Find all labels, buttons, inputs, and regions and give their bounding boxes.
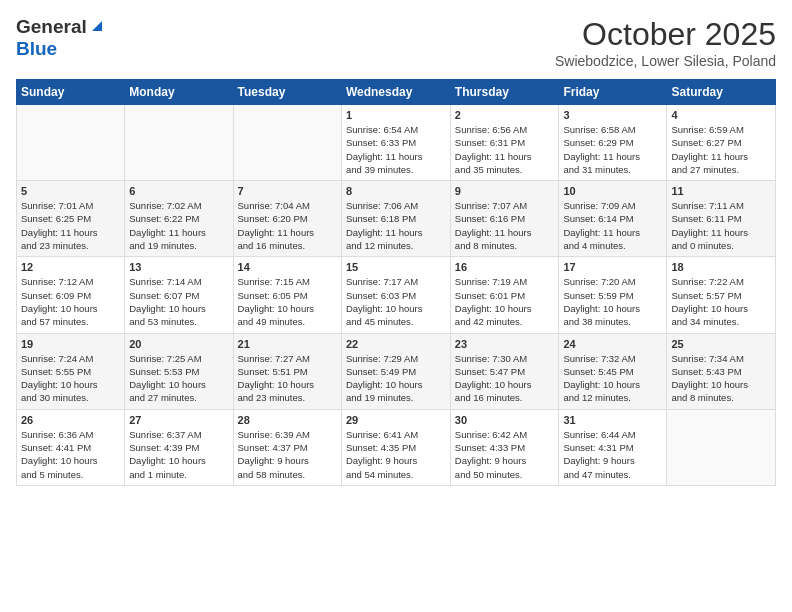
header-thursday: Thursday bbox=[450, 80, 559, 105]
header-tuesday: Tuesday bbox=[233, 80, 341, 105]
day-info: Sunrise: 7:04 AM Sunset: 6:20 PM Dayligh… bbox=[238, 199, 337, 252]
day-info: Sunrise: 7:15 AM Sunset: 6:05 PM Dayligh… bbox=[238, 275, 337, 328]
header-friday: Friday bbox=[559, 80, 667, 105]
day-number: 7 bbox=[238, 185, 337, 197]
day-info: Sunrise: 7:27 AM Sunset: 5:51 PM Dayligh… bbox=[238, 352, 337, 405]
week-row-5: 26Sunrise: 6:36 AM Sunset: 4:41 PM Dayli… bbox=[17, 409, 776, 485]
calendar-cell: 9Sunrise: 7:07 AM Sunset: 6:16 PM Daylig… bbox=[450, 181, 559, 257]
day-number: 30 bbox=[455, 414, 555, 426]
calendar-cell: 27Sunrise: 6:37 AM Sunset: 4:39 PM Dayli… bbox=[125, 409, 233, 485]
day-number: 26 bbox=[21, 414, 120, 426]
day-info: Sunrise: 7:32 AM Sunset: 5:45 PM Dayligh… bbox=[563, 352, 662, 405]
day-info: Sunrise: 7:24 AM Sunset: 5:55 PM Dayligh… bbox=[21, 352, 120, 405]
calendar-cell: 16Sunrise: 7:19 AM Sunset: 6:01 PM Dayli… bbox=[450, 257, 559, 333]
calendar-cell: 31Sunrise: 6:44 AM Sunset: 4:31 PM Dayli… bbox=[559, 409, 667, 485]
day-info: Sunrise: 6:36 AM Sunset: 4:41 PM Dayligh… bbox=[21, 428, 120, 481]
calendar-cell: 26Sunrise: 6:36 AM Sunset: 4:41 PM Dayli… bbox=[17, 409, 125, 485]
day-info: Sunrise: 7:12 AM Sunset: 6:09 PM Dayligh… bbox=[21, 275, 120, 328]
calendar-cell: 10Sunrise: 7:09 AM Sunset: 6:14 PM Dayli… bbox=[559, 181, 667, 257]
day-number: 23 bbox=[455, 338, 555, 350]
calendar-cell: 17Sunrise: 7:20 AM Sunset: 5:59 PM Dayli… bbox=[559, 257, 667, 333]
day-number: 10 bbox=[563, 185, 662, 197]
title-area: October 2025 Swiebodzice, Lower Silesia,… bbox=[555, 16, 776, 69]
svg-marker-0 bbox=[92, 21, 102, 31]
day-info: Sunrise: 6:56 AM Sunset: 6:31 PM Dayligh… bbox=[455, 123, 555, 176]
day-info: Sunrise: 7:17 AM Sunset: 6:03 PM Dayligh… bbox=[346, 275, 446, 328]
day-info: Sunrise: 6:37 AM Sunset: 4:39 PM Dayligh… bbox=[129, 428, 228, 481]
day-info: Sunrise: 7:20 AM Sunset: 5:59 PM Dayligh… bbox=[563, 275, 662, 328]
calendar-cell bbox=[17, 105, 125, 181]
calendar-cell: 21Sunrise: 7:27 AM Sunset: 5:51 PM Dayli… bbox=[233, 333, 341, 409]
calendar-cell: 2Sunrise: 6:56 AM Sunset: 6:31 PM Daylig… bbox=[450, 105, 559, 181]
calendar-cell bbox=[233, 105, 341, 181]
day-info: Sunrise: 7:01 AM Sunset: 6:25 PM Dayligh… bbox=[21, 199, 120, 252]
calendar-cell: 5Sunrise: 7:01 AM Sunset: 6:25 PM Daylig… bbox=[17, 181, 125, 257]
calendar-cell: 19Sunrise: 7:24 AM Sunset: 5:55 PM Dayli… bbox=[17, 333, 125, 409]
day-number: 22 bbox=[346, 338, 446, 350]
header-saturday: Saturday bbox=[667, 80, 776, 105]
day-info: Sunrise: 7:29 AM Sunset: 5:49 PM Dayligh… bbox=[346, 352, 446, 405]
calendar-cell: 18Sunrise: 7:22 AM Sunset: 5:57 PM Dayli… bbox=[667, 257, 776, 333]
day-number: 4 bbox=[671, 109, 771, 121]
day-number: 1 bbox=[346, 109, 446, 121]
calendar-table: SundayMondayTuesdayWednesdayThursdayFrid… bbox=[16, 79, 776, 486]
calendar-cell: 12Sunrise: 7:12 AM Sunset: 6:09 PM Dayli… bbox=[17, 257, 125, 333]
calendar-cell: 23Sunrise: 7:30 AM Sunset: 5:47 PM Dayli… bbox=[450, 333, 559, 409]
day-number: 25 bbox=[671, 338, 771, 350]
day-number: 12 bbox=[21, 261, 120, 273]
weekday-header-row: SundayMondayTuesdayWednesdayThursdayFrid… bbox=[17, 80, 776, 105]
day-info: Sunrise: 7:11 AM Sunset: 6:11 PM Dayligh… bbox=[671, 199, 771, 252]
calendar-cell: 4Sunrise: 6:59 AM Sunset: 6:27 PM Daylig… bbox=[667, 105, 776, 181]
day-info: Sunrise: 7:02 AM Sunset: 6:22 PM Dayligh… bbox=[129, 199, 228, 252]
calendar-cell bbox=[667, 409, 776, 485]
day-info: Sunrise: 6:58 AM Sunset: 6:29 PM Dayligh… bbox=[563, 123, 662, 176]
day-info: Sunrise: 6:44 AM Sunset: 4:31 PM Dayligh… bbox=[563, 428, 662, 481]
day-number: 13 bbox=[129, 261, 228, 273]
calendar-cell: 14Sunrise: 7:15 AM Sunset: 6:05 PM Dayli… bbox=[233, 257, 341, 333]
day-number: 27 bbox=[129, 414, 228, 426]
calendar-cell: 24Sunrise: 7:32 AM Sunset: 5:45 PM Dayli… bbox=[559, 333, 667, 409]
week-row-3: 12Sunrise: 7:12 AM Sunset: 6:09 PM Dayli… bbox=[17, 257, 776, 333]
day-info: Sunrise: 7:07 AM Sunset: 6:16 PM Dayligh… bbox=[455, 199, 555, 252]
week-row-1: 1Sunrise: 6:54 AM Sunset: 6:33 PM Daylig… bbox=[17, 105, 776, 181]
calendar-cell: 7Sunrise: 7:04 AM Sunset: 6:20 PM Daylig… bbox=[233, 181, 341, 257]
header-wednesday: Wednesday bbox=[341, 80, 450, 105]
day-info: Sunrise: 7:14 AM Sunset: 6:07 PM Dayligh… bbox=[129, 275, 228, 328]
day-number: 18 bbox=[671, 261, 771, 273]
calendar-cell: 15Sunrise: 7:17 AM Sunset: 6:03 PM Dayli… bbox=[341, 257, 450, 333]
day-number: 16 bbox=[455, 261, 555, 273]
day-info: Sunrise: 7:09 AM Sunset: 6:14 PM Dayligh… bbox=[563, 199, 662, 252]
day-number: 17 bbox=[563, 261, 662, 273]
calendar-cell: 30Sunrise: 6:42 AM Sunset: 4:33 PM Dayli… bbox=[450, 409, 559, 485]
calendar-cell: 6Sunrise: 7:02 AM Sunset: 6:22 PM Daylig… bbox=[125, 181, 233, 257]
calendar-cell bbox=[125, 105, 233, 181]
calendar-cell: 22Sunrise: 7:29 AM Sunset: 5:49 PM Dayli… bbox=[341, 333, 450, 409]
day-number: 28 bbox=[238, 414, 337, 426]
day-number: 21 bbox=[238, 338, 337, 350]
day-number: 9 bbox=[455, 185, 555, 197]
day-info: Sunrise: 6:54 AM Sunset: 6:33 PM Dayligh… bbox=[346, 123, 446, 176]
calendar-cell: 29Sunrise: 6:41 AM Sunset: 4:35 PM Dayli… bbox=[341, 409, 450, 485]
day-info: Sunrise: 6:42 AM Sunset: 4:33 PM Dayligh… bbox=[455, 428, 555, 481]
day-number: 3 bbox=[563, 109, 662, 121]
calendar-cell: 25Sunrise: 7:34 AM Sunset: 5:43 PM Dayli… bbox=[667, 333, 776, 409]
day-number: 29 bbox=[346, 414, 446, 426]
calendar-cell: 8Sunrise: 7:06 AM Sunset: 6:18 PM Daylig… bbox=[341, 181, 450, 257]
day-info: Sunrise: 7:06 AM Sunset: 6:18 PM Dayligh… bbox=[346, 199, 446, 252]
day-number: 20 bbox=[129, 338, 228, 350]
calendar-cell: 1Sunrise: 6:54 AM Sunset: 6:33 PM Daylig… bbox=[341, 105, 450, 181]
calendar-cell: 3Sunrise: 6:58 AM Sunset: 6:29 PM Daylig… bbox=[559, 105, 667, 181]
day-info: Sunrise: 7:34 AM Sunset: 5:43 PM Dayligh… bbox=[671, 352, 771, 405]
day-info: Sunrise: 7:22 AM Sunset: 5:57 PM Dayligh… bbox=[671, 275, 771, 328]
day-number: 8 bbox=[346, 185, 446, 197]
logo: General Blue bbox=[16, 16, 104, 60]
day-number: 14 bbox=[238, 261, 337, 273]
day-number: 15 bbox=[346, 261, 446, 273]
day-info: Sunrise: 7:30 AM Sunset: 5:47 PM Dayligh… bbox=[455, 352, 555, 405]
day-number: 24 bbox=[563, 338, 662, 350]
calendar-cell: 28Sunrise: 6:39 AM Sunset: 4:37 PM Dayli… bbox=[233, 409, 341, 485]
day-info: Sunrise: 7:19 AM Sunset: 6:01 PM Dayligh… bbox=[455, 275, 555, 328]
calendar-cell: 13Sunrise: 7:14 AM Sunset: 6:07 PM Dayli… bbox=[125, 257, 233, 333]
calendar-cell: 20Sunrise: 7:25 AM Sunset: 5:53 PM Dayli… bbox=[125, 333, 233, 409]
day-info: Sunrise: 7:25 AM Sunset: 5:53 PM Dayligh… bbox=[129, 352, 228, 405]
